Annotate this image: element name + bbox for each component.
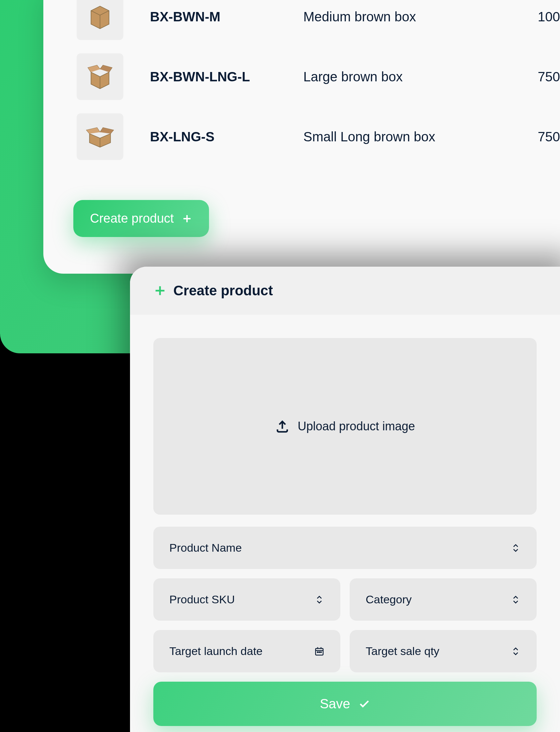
plus-icon <box>153 284 167 297</box>
table-row[interactable]: BX-BWN-LNG-L Large brown box 750 <box>77 47 560 107</box>
chevron-up-down-icon <box>511 594 521 605</box>
product-sku: BX-BWN-M <box>150 9 277 24</box>
product-sku-field[interactable]: Product SKU <box>153 578 340 621</box>
box-open-icon <box>85 62 115 92</box>
upload-label: Upload product image <box>298 419 415 433</box>
chevron-up-down-icon <box>314 594 324 605</box>
create-product-button[interactable]: Create product <box>73 200 209 237</box>
product-sku: BX-BWN-LNG-L <box>150 69 277 84</box>
sale-qty-field[interactable]: Target sale qty <box>350 630 537 672</box>
create-product-button-label: Create product <box>90 211 174 226</box>
product-name: Medium brown box <box>303 9 511 24</box>
product-sku: BX-LNG-S <box>150 129 277 144</box>
plus-icon <box>182 213 192 224</box>
field-label: Product Name <box>169 541 242 554</box>
chevron-up-down-icon <box>511 542 521 554</box>
box-open-flat-icon <box>85 122 115 152</box>
product-qty: 750 <box>538 69 560 84</box>
box-closed-icon <box>85 2 115 32</box>
product-thumbnail <box>77 53 123 100</box>
upload-icon <box>275 419 290 434</box>
modal-body: Upload product image Product Name Produc… <box>130 315 560 732</box>
upload-image-area[interactable]: Upload product image <box>153 338 537 515</box>
save-button-label: Save <box>320 696 350 711</box>
launch-date-field[interactable]: Target launch date <box>153 630 340 672</box>
product-name: Large brown box <box>303 69 511 84</box>
product-name-field[interactable]: Product Name <box>153 527 537 569</box>
check-icon <box>358 698 370 710</box>
table-row[interactable]: BX-BWN-M Medium brown box 100 <box>77 0 560 47</box>
product-qty: 100 <box>538 9 560 24</box>
chevron-up-down-icon <box>511 646 521 657</box>
form-row: Product SKU Category <box>153 578 537 621</box>
field-label: Target sale qty <box>366 645 439 658</box>
product-name: Small Long brown box <box>303 129 511 144</box>
product-qty: 750 <box>538 129 560 144</box>
create-product-modal: Create product Upload product image Prod… <box>130 267 560 732</box>
field-label: Category <box>366 593 412 606</box>
modal-header: Create product <box>130 267 560 315</box>
field-label: Target launch date <box>169 645 263 658</box>
form-row: Target launch date Target sale qty <box>153 630 537 672</box>
svg-point-10 <box>319 652 320 653</box>
svg-point-11 <box>321 652 322 653</box>
product-thumbnail <box>77 0 123 40</box>
category-field[interactable]: Category <box>350 578 537 621</box>
modal-title: Create product <box>173 283 273 299</box>
product-thumbnail <box>77 113 123 160</box>
product-list-panel: BX-BWN-M Medium brown box 100 BX-BWN-LNG… <box>43 0 560 274</box>
svg-point-9 <box>317 652 318 653</box>
field-label: Product SKU <box>169 593 235 606</box>
save-button[interactable]: Save <box>153 682 537 726</box>
table-row[interactable]: BX-LNG-S Small Long brown box 750 <box>77 107 560 167</box>
calendar-icon <box>314 646 324 657</box>
